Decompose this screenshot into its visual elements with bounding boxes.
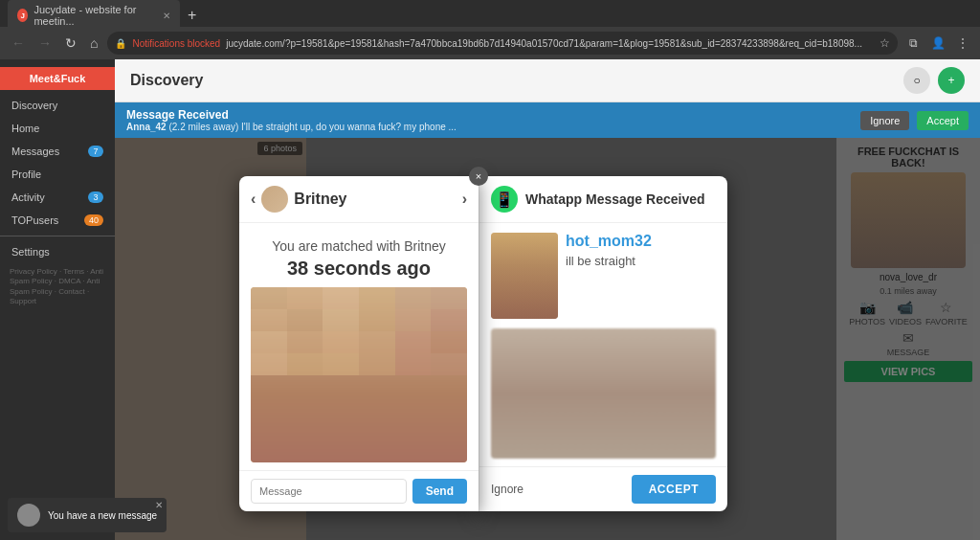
main-page: Meet&Fuck Discovery Home Messages 7 Prof… xyxy=(0,59,980,540)
top-bar: Discovery ○ + xyxy=(115,59,980,102)
sidebar-item-discovery[interactable]: Discovery xyxy=(0,94,115,117)
match-info: You are matched with Britney 38 seconds … xyxy=(239,223,479,287)
message-ignore-btn[interactable]: Ignore xyxy=(860,111,909,130)
message-accept-btn[interactable]: Accept xyxy=(917,111,969,130)
topusers-badge: 40 xyxy=(84,214,103,226)
sidebar-footer-text: Privacy Policy · Terms · Anti Spam Polic… xyxy=(0,263,115,311)
whatsapp-modal: 📱 Whatapp Message Received hot_mom32 ill… xyxy=(479,176,727,511)
new-tab-btn[interactable]: + xyxy=(180,7,204,24)
sidebar-label: Activity xyxy=(11,191,45,203)
wa-message-preview: ill be straight xyxy=(566,254,716,268)
sidebar-item-home[interactable]: Home xyxy=(0,117,115,140)
modal-close-btn[interactable]: × xyxy=(469,167,488,186)
message-input[interactable] xyxy=(251,479,407,504)
sidebar-label: Profile xyxy=(11,169,41,180)
modal-footer: Send xyxy=(239,470,479,511)
back-btn[interactable]: ← xyxy=(8,34,29,53)
message-distance: (2.2 miles away) xyxy=(168,122,238,132)
prev-btn[interactable]: ‹ xyxy=(251,191,256,208)
match-text: You are matched with Britney xyxy=(251,238,467,254)
activity-badge: 3 xyxy=(88,191,103,203)
sidebar-divider xyxy=(0,236,115,236)
whatsapp-header: 📱 Whatapp Message Received xyxy=(479,176,727,223)
sidebar-item-topusers[interactable]: TOPusers 40 xyxy=(0,209,115,232)
search-circle-icon[interactable]: ○ xyxy=(903,67,930,94)
top-bar-icons: ○ + xyxy=(903,67,965,94)
sidebar-label: TOPusers xyxy=(11,214,58,226)
message-sender: Anna_42 xyxy=(126,122,167,132)
page-title: Discovery xyxy=(130,72,204,89)
lock-icon: 🔒 xyxy=(115,38,126,49)
browser-nav: ← → ↻ ⌂ 🔒 Notifications blocked jucydate… xyxy=(0,27,980,59)
sidebar-label: Messages xyxy=(11,146,59,157)
toast-message: You have a new message xyxy=(48,510,157,521)
home-btn[interactable]: ⌂ xyxy=(86,34,101,53)
tab-title: Jucydate - website for meetin... xyxy=(33,4,153,27)
wa-image-area xyxy=(491,328,716,459)
sidebar-item-activity[interactable]: Activity 3 xyxy=(0,186,115,209)
match-modal: × ‹ Britney › You are matched with Britn… xyxy=(239,176,479,511)
britney-name: Britney xyxy=(294,191,456,208)
sidebar-label: Home xyxy=(11,123,39,134)
address-bar[interactable]: 🔒 Notifications blocked jucydate.com/?p=… xyxy=(107,32,898,55)
britney-avatar xyxy=(261,186,288,213)
card-area: 6 photos FREE FUCKCHAT IS BACK! nova_lov… xyxy=(115,138,980,540)
forward-btn[interactable]: → xyxy=(34,34,56,53)
browser-icons: ⧉ 👤 ⋮ xyxy=(903,34,972,53)
wa-username: hot_mom32 xyxy=(566,233,716,250)
message-bar: Message Received Anna_42 (2.2 miles away… xyxy=(115,102,980,138)
settings-icon[interactable]: ⋮ xyxy=(953,34,972,53)
wa-accept-btn[interactable]: ACCEPT xyxy=(632,475,716,504)
tab-close-btn[interactable]: ✕ xyxy=(163,11,170,21)
whatsapp-icon: 📱 xyxy=(495,191,514,209)
messages-badge: 7 xyxy=(88,146,103,157)
modal-container: × ‹ Britney › You are matched with Britn… xyxy=(239,176,975,511)
sidebar-item-messages[interactable]: Messages 7 xyxy=(0,140,115,163)
browser-chrome: J Jucydate - website for meetin... ✕ + ←… xyxy=(0,0,980,59)
profile-icon[interactable]: 👤 xyxy=(928,34,947,53)
sidebar-item-profile[interactable]: Profile xyxy=(0,163,115,186)
reload-btn[interactable]: ↻ xyxy=(61,34,80,53)
next-btn[interactable]: › xyxy=(462,191,467,208)
main-content: Discovery ○ + Message Received Anna_42 (… xyxy=(115,59,980,540)
sidebar-label: Settings xyxy=(11,246,50,258)
sidebar-meetfuck[interactable]: Meet&Fuck xyxy=(0,67,115,90)
whatsapp-logo: 📱 xyxy=(491,186,518,213)
whatsapp-profile: hot_mom32 ill be straight xyxy=(479,223,727,328)
whatsapp-content: hot_mom32 ill be straight xyxy=(479,223,727,466)
toast-avatar xyxy=(17,504,40,527)
extensions-icon[interactable]: ⧉ xyxy=(903,34,923,53)
bookmark-icon[interactable]: ☆ xyxy=(880,36,890,50)
message-bar-title: Message Received xyxy=(126,108,853,122)
match-time: 38 seconds ago xyxy=(251,258,467,280)
message-bar-content: Message Received Anna_42 (2.2 miles away… xyxy=(126,108,853,132)
address-text: jucydate.com/?p=19581&pe=19581&hash=7a47… xyxy=(226,38,874,49)
message-text: I'll be straight up, do you wanna fuck? … xyxy=(241,122,457,132)
wa-ignore-btn[interactable]: Ignore xyxy=(491,483,523,496)
message-bar-text: Anna_42 (2.2 miles away) I'll be straigh… xyxy=(126,122,853,132)
browser-tabs: J Jucydate - website for meetin... ✕ + xyxy=(0,0,980,27)
add-icon[interactable]: + xyxy=(938,67,965,94)
modal-header: ‹ Britney › xyxy=(239,176,479,223)
sidebar: Meet&Fuck Discovery Home Messages 7 Prof… xyxy=(0,59,115,540)
sidebar-item-settings[interactable]: Settings xyxy=(0,240,115,263)
wa-info: hot_mom32 ill be straight xyxy=(566,233,716,319)
notification-blocked: Notifications blocked xyxy=(132,38,220,49)
whatsapp-title: Whatapp Message Received xyxy=(525,191,705,207)
send-btn[interactable]: Send xyxy=(412,479,467,504)
hotmom-avatar xyxy=(491,233,558,319)
britney-image xyxy=(251,287,467,462)
toast-notification: You have a new message ✕ xyxy=(8,498,167,532)
sidebar-label: Discovery xyxy=(11,100,57,111)
whatsapp-footer: Ignore ACCEPT xyxy=(479,466,727,511)
tab-favicon: J xyxy=(17,9,28,22)
toast-close-btn[interactable]: ✕ xyxy=(155,500,163,510)
